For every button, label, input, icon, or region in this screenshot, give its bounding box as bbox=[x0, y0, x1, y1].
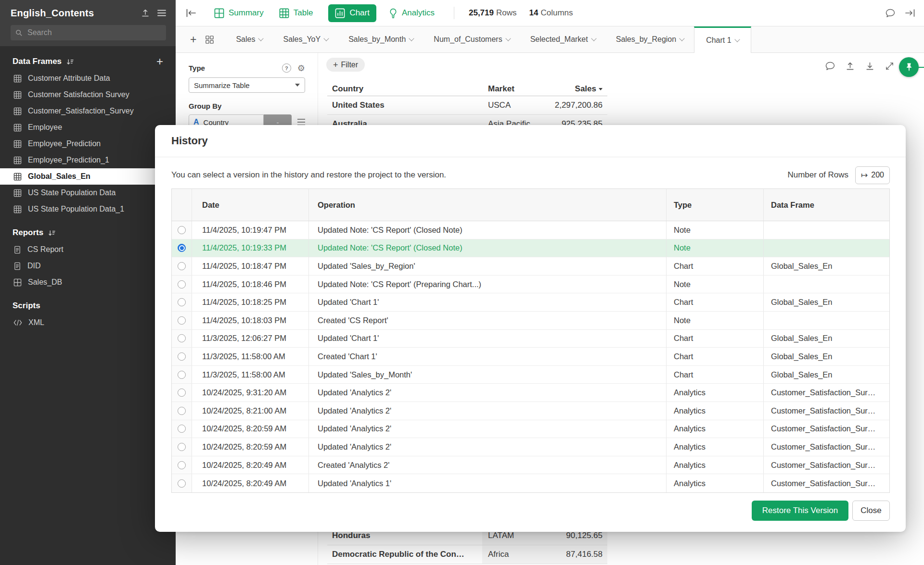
number-of-rows-value: 200 bbox=[871, 171, 884, 179]
history-row[interactable]: 11/4/2025, 10:18:25 PM Updated 'Chart 1'… bbox=[172, 293, 889, 312]
chart-tab[interactable]: Sales bbox=[226, 26, 273, 52]
operation-cell: Updated Note: 'CS Report' (Closed Note) bbox=[309, 221, 667, 239]
export-icon[interactable] bbox=[141, 9, 150, 17]
table-row[interactable]: Democratic Republic of the Con… Africa 8… bbox=[327, 545, 607, 564]
chart-tab[interactable]: Sales_by_Region bbox=[606, 26, 694, 52]
history-row[interactable]: 10/24/2025, 8:20:49 AM Created 'Analytic… bbox=[172, 456, 889, 475]
view-chart-button[interactable]: Chart bbox=[328, 4, 376, 22]
operation-cell: Created 'Analytics 2' bbox=[309, 456, 667, 474]
version-radio[interactable] bbox=[178, 280, 186, 289]
history-row[interactable]: 10/24/2025, 8:20:59 AM Updated 'Analytic… bbox=[172, 438, 889, 456]
chart-tab[interactable]: Chart 1 bbox=[694, 26, 751, 53]
history-row[interactable]: 11/4/2025, 10:19:33 PM Updated Note: 'CS… bbox=[172, 239, 889, 258]
gear-icon[interactable]: ⚙ bbox=[297, 64, 305, 73]
column-header-sales[interactable]: Sales bbox=[552, 82, 607, 96]
history-row[interactable]: 11/4/2025, 10:18:46 PM Updated Note: 'CS… bbox=[172, 276, 889, 294]
sidebar-item-data-frame[interactable]: Customer Attribute Data bbox=[0, 70, 176, 87]
add-data-frame-button[interactable]: + bbox=[156, 57, 163, 66]
version-radio[interactable] bbox=[178, 298, 186, 306]
search-box[interactable] bbox=[11, 25, 166, 40]
pin-button[interactable] bbox=[899, 57, 919, 77]
view-analytics-button[interactable]: Analytics bbox=[389, 8, 435, 18]
sidebar-item-data-frame[interactable]: Employee_Prediction bbox=[0, 136, 176, 152]
version-radio[interactable] bbox=[178, 425, 186, 433]
version-radio[interactable] bbox=[178, 352, 186, 361]
plus-icon: + bbox=[333, 61, 338, 69]
type-cell: Analytics bbox=[667, 438, 764, 456]
type-cell: Chart bbox=[667, 330, 764, 348]
table-icon bbox=[13, 205, 22, 213]
date-cell: 10/24/2025, 8:20:59 AM bbox=[192, 420, 309, 438]
sidebar-item-report[interactable]: CS Report bbox=[0, 241, 176, 258]
expand-icon[interactable] bbox=[885, 62, 894, 71]
version-radio[interactable] bbox=[178, 443, 186, 451]
summarize-table-bottom: Honduras LATAM 90,125.65 Democratic Repu… bbox=[327, 527, 607, 564]
search-input[interactable] bbox=[26, 28, 161, 38]
sidebar-item-data-frame[interactable]: US State Population Data bbox=[0, 185, 176, 201]
operation-cell: Updated 'Analytics 2' bbox=[309, 438, 667, 456]
column-header-operation: Operation bbox=[309, 189, 667, 221]
table-row[interactable]: United States USCA 2,297,200.86 bbox=[327, 96, 607, 115]
chart-tab[interactable]: Num_of_Customers bbox=[424, 26, 520, 52]
collapse-sidebar-icon[interactable] bbox=[185, 8, 197, 18]
view-summary-button[interactable]: Summary bbox=[214, 8, 264, 18]
history-row[interactable]: 10/24/2025, 8:21:00 AM Updated 'Analytic… bbox=[172, 402, 889, 420]
version-radio[interactable] bbox=[178, 389, 186, 397]
version-radio[interactable] bbox=[178, 407, 186, 415]
version-radio[interactable] bbox=[178, 226, 186, 234]
sort-icon[interactable] bbox=[66, 59, 74, 65]
add-filter-button[interactable]: + Filter bbox=[326, 58, 365, 72]
date-cell: 10/24/2025, 9:31:20 AM bbox=[192, 384, 309, 402]
column-header-market[interactable]: Market bbox=[482, 82, 552, 96]
history-row[interactable]: 10/24/2025, 9:31:20 AM Updated 'Analytic… bbox=[172, 384, 889, 402]
chart-grid-icon[interactable] bbox=[205, 35, 214, 44]
version-radio[interactable] bbox=[178, 479, 186, 488]
data-frame-cell: Customer_Satisfaction_Sur… bbox=[764, 402, 889, 420]
data-frames-section: Data Frames + Customer Attribute Data bbox=[0, 57, 176, 217]
sidebar-item-label: US State Population Data bbox=[28, 188, 116, 197]
restore-this-version-button[interactable]: Restore This Version bbox=[752, 501, 848, 521]
comment-icon[interactable] bbox=[825, 62, 835, 71]
version-radio[interactable] bbox=[178, 244, 186, 252]
version-radio[interactable] bbox=[178, 262, 186, 270]
upload-icon[interactable] bbox=[846, 62, 855, 71]
sort-icon[interactable] bbox=[48, 230, 55, 237]
view-table-button[interactable]: Table bbox=[279, 8, 313, 18]
close-button[interactable]: Close bbox=[852, 501, 890, 521]
help-icon[interactable]: ? bbox=[282, 63, 291, 73]
sidebar-item-data-frame[interactable]: Employee_Prediction_1 bbox=[0, 152, 176, 168]
version-radio[interactable] bbox=[178, 371, 186, 379]
sidebar-item-report[interactable]: Sales_DB bbox=[0, 274, 176, 290]
add-chart-tab-button[interactable]: + bbox=[190, 34, 196, 45]
history-row[interactable]: 10/24/2025, 8:20:49 AM Updated 'Analytic… bbox=[172, 474, 889, 492]
version-radio[interactable] bbox=[178, 334, 186, 342]
comment-icon[interactable] bbox=[886, 9, 895, 18]
chart-tab[interactable]: Sales_YoY bbox=[273, 26, 338, 52]
sidebar-item-data-frame[interactable]: US State Population Data_1 bbox=[0, 201, 176, 217]
menu-icon[interactable] bbox=[157, 10, 166, 16]
download-icon[interactable] bbox=[865, 62, 874, 71]
history-row[interactable]: 11/3/2025, 12:06:27 PM Updated 'Chart 1'… bbox=[172, 330, 889, 348]
sidebar-item-script[interactable]: XML bbox=[0, 314, 176, 331]
column-header-country[interactable]: Country bbox=[327, 82, 482, 96]
history-row[interactable]: 11/3/2025, 11:58:00 AM Updated 'Sales_by… bbox=[172, 366, 889, 384]
history-row[interactable]: 10/24/2025, 8:20:59 AM Updated 'Analytic… bbox=[172, 420, 889, 439]
sidebar-item-report[interactable]: DID bbox=[0, 258, 176, 274]
chart-tab-label: Sales bbox=[236, 35, 255, 44]
history-row[interactable]: 11/4/2025, 10:18:03 PM Created 'CS Repor… bbox=[172, 312, 889, 330]
history-row[interactable]: 11/4/2025, 10:18:47 PM Updated 'Sales_by… bbox=[172, 257, 889, 276]
version-radio[interactable] bbox=[178, 461, 186, 469]
chart-type-select[interactable]: Summarize Table bbox=[189, 77, 305, 93]
sidebar-item-data-frame[interactable]: Employee bbox=[0, 119, 176, 136]
chart-tab[interactable]: Sales_by_Month bbox=[338, 26, 424, 52]
history-row[interactable]: 11/3/2025, 11:58:00 AM Created 'Chart 1'… bbox=[172, 348, 889, 366]
group-by-menu-icon[interactable] bbox=[297, 119, 305, 126]
expand-right-icon[interactable] bbox=[905, 9, 915, 17]
number-of-rows-button[interactable]: ↦ 200 bbox=[855, 166, 890, 184]
chart-tab[interactable]: Selected_Market bbox=[520, 26, 606, 52]
sidebar-item-data-frame[interactable]: Customer_Satisfaction_Survey bbox=[0, 103, 176, 119]
sidebar-item-data-frame[interactable]: Customer Satisfaction Survey bbox=[0, 87, 176, 103]
version-radio[interactable] bbox=[178, 316, 186, 325]
history-row[interactable]: 11/4/2025, 10:19:47 PM Updated Note: 'CS… bbox=[172, 221, 889, 239]
sidebar-item-data-frame[interactable]: Global_Sales_En bbox=[0, 168, 176, 185]
